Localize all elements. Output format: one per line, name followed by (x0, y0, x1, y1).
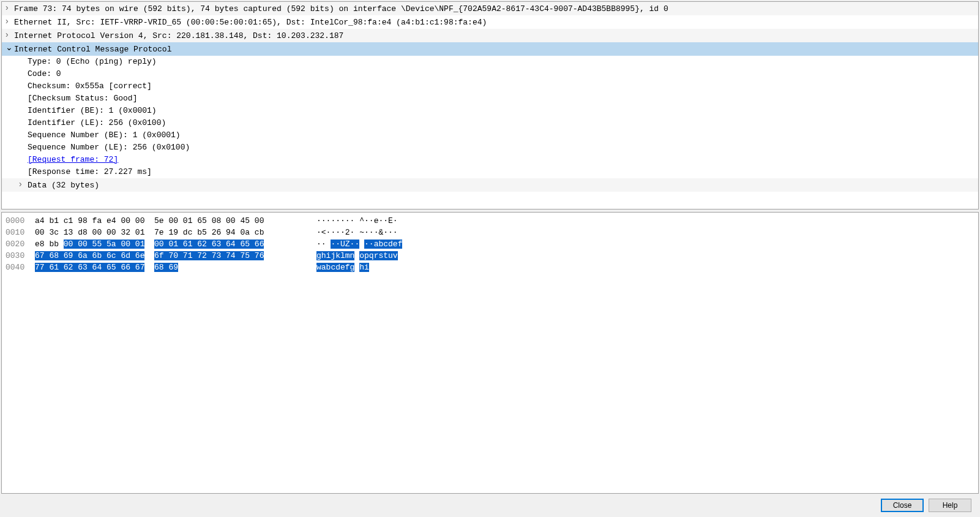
hex-offset: 0040 (6, 262, 35, 273)
packet-details-panel[interactable]: Frame 73: 74 bytes on wire (592 bits), 7… (1, 1, 979, 209)
hex-row: 0040 77 61 62 63 64 65 66 67 68 69 wabcd… (6, 262, 974, 273)
hex-ascii: ·· ··UZ·· ··abcdef (304, 238, 402, 250)
hex-offset: 0010 (6, 227, 35, 238)
hex-row: 0000 a4 b1 c1 98 fa e4 00 00 5e 00 01 65… (6, 215, 974, 227)
icmp-seq-le[interactable]: Sequence Number (LE): 256 (0x0100) (2, 142, 978, 154)
hex-ascii: ········ ^··e··E· (304, 215, 398, 227)
ethernet-text: Ethernet II, Src: IETF-VRRP-VRID_65 (00:… (14, 18, 487, 27)
hex-bytes: a4 b1 c1 98 fa e4 00 00 5e 00 01 65 08 0… (35, 215, 304, 227)
hex-bytes: 00 3c 13 d8 00 00 32 01 7e 19 dc b5 26 9… (35, 227, 304, 238)
icmp-data[interactable]: Data (32 bytes) (2, 178, 978, 192)
hex-ascii: ghijklmn opqrstuv (304, 250, 398, 262)
hex-bytes: e8 bb 00 00 55 5a 00 01 00 01 61 62 63 6… (35, 238, 304, 250)
hex-ascii: ·<····2· ~···&··· (304, 227, 398, 238)
hex-offset: 0030 (6, 250, 35, 262)
icmp-request-frame[interactable]: [Request frame: 72] (2, 154, 978, 166)
tree-icmp[interactable]: Internet Control Message Protocol (2, 42, 978, 56)
icmp-header-text: Internet Control Message Protocol (14, 45, 171, 54)
icmp-id-le[interactable]: Identifier (LE): 256 (0x0100) (2, 117, 978, 129)
tree-ethernet[interactable]: Ethernet II, Src: IETF-VRRP-VRID_65 (00:… (2, 15, 978, 29)
icmp-seq-be[interactable]: Sequence Number (BE): 1 (0x0001) (2, 129, 978, 142)
icmp-id-be[interactable]: Identifier (BE): 1 (0x0001) (2, 105, 978, 117)
icmp-type[interactable]: Type: 0 (Echo (ping) reply) (2, 56, 978, 68)
hex-offset: 0000 (6, 215, 35, 227)
dialog-button-bar: Close Help (1, 494, 979, 516)
hex-row: 0030 67 68 69 6a 6b 6c 6d 6e 6f 70 71 72… (6, 250, 974, 262)
icmp-checksum[interactable]: Checksum: 0x555a [correct] (2, 80, 978, 92)
icmp-code[interactable]: Code: 0 (2, 68, 978, 80)
hex-bytes: 67 68 69 6a 6b 6c 6d 6e 6f 70 71 72 73 7… (35, 250, 304, 262)
icmp-checksum-status[interactable]: [Checksum Status: Good] (2, 92, 978, 105)
hex-bytes: 77 61 62 63 64 65 66 67 68 69 (35, 262, 304, 273)
request-frame-link[interactable]: [Request frame: 72] (28, 155, 118, 164)
frame-text: Frame 73: 74 bytes on wire (592 bits), 7… (14, 4, 668, 13)
hex-dump-panel[interactable]: 0000 a4 b1 c1 98 fa e4 00 00 5e 00 01 65… (1, 212, 979, 494)
hex-ascii: wabcdefg hi (304, 262, 369, 273)
hex-row: 0010 00 3c 13 d8 00 00 32 01 7e 19 dc b5… (6, 227, 974, 238)
hex-offset: 0020 (6, 238, 35, 250)
ip-text: Internet Protocol Version 4, Src: 220.18… (14, 31, 343, 40)
tree-ip[interactable]: Internet Protocol Version 4, Src: 220.18… (2, 29, 978, 42)
help-button[interactable]: Help (929, 499, 971, 512)
icmp-response-time[interactable]: [Response time: 27.227 ms] (2, 166, 978, 178)
hex-row: 0020 e8 bb 00 00 55 5a 00 01 00 01 61 62… (6, 238, 974, 250)
tree-frame[interactable]: Frame 73: 74 bytes on wire (592 bits), 7… (2, 2, 978, 15)
close-button[interactable]: Close (881, 499, 924, 512)
